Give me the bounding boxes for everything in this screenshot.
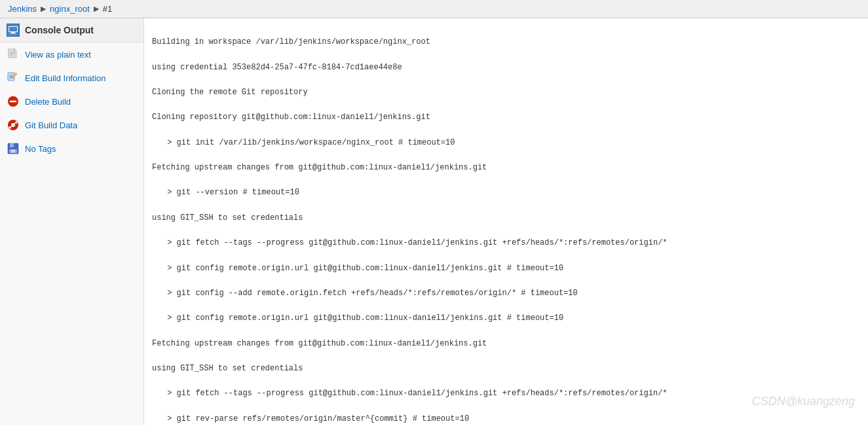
svg-rect-25 — [13, 143, 14, 147]
sidebar-title: Console Output — [0, 18, 143, 43]
console-output-area[interactable]: Building in workspace /var/lib/jenkins/w… — [144, 18, 868, 425]
git-icon — [7, 118, 20, 132]
console-line-3: Cloning the remote Git repository — [152, 86, 860, 99]
save-icon — [7, 142, 20, 155]
sidebar-item-delete-build[interactable]: Delete Build — [0, 90, 143, 113]
edit-build-info-label: Edit Build Information — [25, 73, 106, 83]
edit-icon — [7, 71, 20, 84]
breadcrumb-build-number: #1 — [103, 4, 112, 14]
console-line-15: > git fetch --tags --progress git@github… — [152, 387, 860, 400]
console-line-16: > git rev-parse refs/remotes/origin/mast… — [152, 413, 860, 425]
monitor-icon — [7, 24, 20, 37]
console-line-12: > git config remote.origin.url git@githu… — [152, 312, 860, 325]
console-line-4: Cloning repository git@github.com:linux-… — [152, 111, 860, 124]
sidebar-item-view-plain-text[interactable]: View as plain text — [0, 43, 143, 66]
view-plain-text-label: View as plain text — [25, 50, 91, 60]
delete-icon — [7, 95, 20, 108]
console-line-9: > git fetch --tags --progress git@github… — [152, 237, 860, 249]
git-build-data-label: Git Build Data — [25, 120, 77, 130]
sidebar-title-label: Console Output — [25, 25, 94, 35]
svg-rect-3 — [10, 33, 16, 34]
main-layout: Console Output View as plain text — [0, 18, 868, 425]
breadcrumb-sep-2: ▶ — [94, 5, 99, 13]
console-text: Building in workspace /var/lib/jenkins/w… — [152, 24, 860, 425]
sidebar-item-edit-build-info[interactable]: Edit Build Information — [0, 66, 143, 90]
svg-rect-1 — [9, 27, 17, 31]
delete-build-label: Delete Build — [25, 97, 71, 107]
console-line-7: > git --version # timeout=10 — [152, 187, 860, 199]
console-line-2: using credential 353e82d4-25a7-47fc-8184… — [152, 62, 860, 74]
console-line-13: Fetching upstream changes from git@githu… — [152, 338, 860, 350]
breadcrumb-nginx-root[interactable]: nginx_root — [50, 4, 90, 14]
breadcrumb-sep-1: ▶ — [41, 5, 46, 13]
svg-rect-27 — [11, 150, 15, 152]
breadcrumb-jenkins[interactable]: Jenkins — [8, 4, 37, 14]
no-tags-label: No Tags — [25, 144, 56, 154]
console-line-5: > git init /var/lib/jenkins/workspace/ng… — [152, 137, 860, 149]
svg-rect-2 — [11, 32, 15, 33]
console-line-8: using GIT_SSH to set credentials — [152, 212, 860, 224]
breadcrumb: Jenkins ▶ nginx_root ▶ #1 — [0, 0, 868, 18]
console-line-10: > git config remote.origin.url git@githu… — [152, 262, 860, 275]
console-line-1: Building in workspace /var/lib/jenkins/w… — [152, 36, 860, 48]
sidebar: Console Output View as plain text — [0, 18, 144, 425]
sidebar-item-no-tags[interactable]: No Tags — [0, 137, 143, 160]
document-icon — [7, 48, 20, 61]
console-line-6: Fetching upstream changes from git@githu… — [152, 162, 860, 174]
console-line-14: using GIT_SSH to set credentials — [152, 363, 860, 375]
sidebar-item-git-build-data[interactable]: Git Build Data — [0, 113, 143, 137]
console-line-11: > git config --add remote.origin.fetch +… — [152, 287, 860, 300]
